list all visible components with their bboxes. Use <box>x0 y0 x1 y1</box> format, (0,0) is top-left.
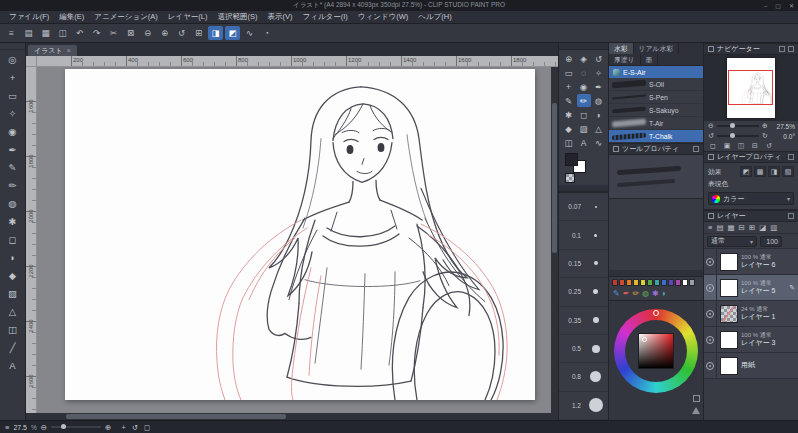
status-zoom-slider-thumb[interactable] <box>61 424 66 429</box>
color-swatch[interactable] <box>654 279 660 286</box>
menu-item[interactable]: レイヤー(L) <box>163 12 213 22</box>
main-color-swatch[interactable] <box>565 153 578 166</box>
status-zoom-out-icon[interactable]: ⊖ <box>41 423 47 432</box>
brush-size-item[interactable]: 0.25 <box>559 278 608 306</box>
airbrush-color-icon[interactable]: ✱ <box>652 289 659 298</box>
subtool-item[interactable]: S-Pen <box>609 91 703 104</box>
color-swatch[interactable] <box>675 279 681 286</box>
navigator-preview[interactable] <box>704 55 798 121</box>
smudge-icon[interactable]: ◗ <box>662 289 667 298</box>
transfer-layer-icon[interactable]: ⊟ <box>739 223 745 232</box>
overlay-decoration-tool-icon[interactable]: ✱ <box>562 108 576 121</box>
layer-row[interactable]: 100 % 通常 レイヤー 5 ✎ <box>704 275 798 301</box>
eyedropper-tool-icon[interactable]: ◉ <box>0 122 25 140</box>
menu-item[interactable]: ヘルプ(H) <box>413 12 456 22</box>
snap-to-ruler-icon[interactable]: ◨ <box>208 26 223 40</box>
color-swatch[interactable] <box>689 279 695 286</box>
panel-menu-icon[interactable] <box>788 213 794 219</box>
overlay-gradient-tool-icon[interactable]: ▨ <box>577 122 591 135</box>
redo-icon[interactable]: ↷ <box>89 26 104 40</box>
layer-row[interactable]: 24 % 通常 レイヤー 1 <box>704 301 798 327</box>
pen-tool-icon[interactable]: ✒ <box>0 140 25 158</box>
canvas[interactable] <box>65 69 535 400</box>
layer-mask-icon[interactable]: ◪ <box>759 223 766 232</box>
minimize-icon[interactable]: – <box>764 3 767 9</box>
crayon-icon[interactable]: ✏ <box>632 289 639 298</box>
snap-to-special-ruler-icon[interactable]: ◩ <box>225 26 240 40</box>
color-swatch[interactable] <box>647 279 653 286</box>
blend-brush-icon[interactable]: ✎ <box>613 289 620 298</box>
stabilization-icon[interactable]: ∿ <box>242 26 257 40</box>
blend-mode-select[interactable]: 通常 ▾ <box>707 236 757 247</box>
extract-line-icon[interactable]: ▧ <box>782 166 794 177</box>
status-rotate-icon[interactable]: ↺ <box>132 423 138 432</box>
save-icon[interactable]: ◫ <box>55 26 70 40</box>
nav-actual-pixels-icon[interactable]: ▣ <box>723 142 731 150</box>
horizontal-scrollbar[interactable] <box>26 413 558 420</box>
brush-tool-icon[interactable]: ✏ <box>0 176 25 194</box>
menu-item[interactable]: ファイル(F) <box>4 12 54 22</box>
color-set-header[interactable] <box>609 270 703 277</box>
layer-thumbnail[interactable] <box>720 305 738 323</box>
color-swatch[interactable] <box>661 279 667 286</box>
navigator-panel-header[interactable]: ナビゲーター <box>704 43 798 55</box>
color-swatch[interactable] <box>668 279 674 286</box>
nav-zoom-in-icon[interactable]: ⊕ <box>761 122 769 130</box>
airbrush-tool-icon[interactable]: ◍ <box>0 194 25 212</box>
canvas-viewport[interactable] <box>37 67 551 413</box>
nav-rotate-right-icon[interactable]: ↻ <box>761 132 769 140</box>
overlay-fill-tool-icon[interactable]: ◆ <box>562 122 576 135</box>
pastel-icon[interactable]: ◍ <box>642 289 649 298</box>
delete-layer-icon[interactable]: ▥ <box>770 223 777 232</box>
deselect-icon[interactable]: ⊠ <box>123 26 138 40</box>
layer-move-tool-icon[interactable]: + <box>0 68 25 86</box>
main-menu-icon[interactable]: ≡ <box>4 26 19 40</box>
new-layer-icon[interactable]: ▤ <box>716 223 723 232</box>
tool-palette-handle[interactable] <box>0 43 25 50</box>
nav-reset-icon[interactable]: ↺ <box>765 142 773 150</box>
border-effect-icon[interactable]: ◩ <box>740 166 752 177</box>
figure-tool-icon[interactable]: △ <box>0 302 25 320</box>
overlay-frame-tool-icon[interactable]: ◫ <box>562 136 576 149</box>
overlay-eraser-tool-icon[interactable]: ◻ <box>577 108 591 121</box>
subtool-selected-group[interactable]: E-S-Air <box>609 66 703 78</box>
layer-property-panel-header[interactable]: レイヤープロパティ <box>704 151 798 163</box>
brush-size-item[interactable]: 0.8 <box>559 363 608 391</box>
overlay-auto-select-tool-icon[interactable]: ✧ <box>592 66 606 79</box>
brush-size-item[interactable]: 0.1 <box>559 221 608 249</box>
color-swatch[interactable] <box>626 279 632 286</box>
overlay-figure-tool-icon[interactable]: △ <box>592 122 606 135</box>
zoom-out-icon[interactable]: ⊖ <box>140 26 155 40</box>
new-file-icon[interactable]: ▤ <box>21 26 36 40</box>
nav-flip-vertical-icon[interactable]: ⊟ <box>751 142 759 150</box>
marker-icon[interactable]: ✒ <box>623 289 630 298</box>
layer-row[interactable]: 用紙 <box>704 353 798 379</box>
status-fit-icon[interactable]: ◻ <box>144 423 150 432</box>
layer-menu-icon[interactable]: ≡ <box>708 223 712 232</box>
zoom-in-icon[interactable]: ⊕ <box>157 26 172 40</box>
layer-thumbnail[interactable] <box>720 279 738 297</box>
vertical-scrollbar[interactable] <box>551 67 558 413</box>
nav-fit-icon[interactable]: ◻ <box>709 142 717 150</box>
nav-rotate-slider[interactable] <box>717 135 759 137</box>
sv-marker-icon[interactable] <box>642 337 647 342</box>
layer-opacity-field[interactable]: 100 <box>760 236 782 247</box>
menu-item[interactable]: フィルター(I) <box>298 12 353 22</box>
subtool-group-tab[interactable]: 厚塗り <box>609 54 641 65</box>
panel-menu-icon[interactable] <box>788 154 794 160</box>
overlay-move-tool-icon[interactable]: + <box>562 80 576 93</box>
vertical-scrollbar-thumb[interactable] <box>552 103 557 253</box>
hue-marker-icon[interactable] <box>653 310 659 316</box>
visibility-cell[interactable] <box>704 353 717 378</box>
nav-rotate-slider-thumb[interactable] <box>730 133 735 138</box>
subtool-group-tab[interactable]: リアル水彩 <box>634 43 679 54</box>
undo-icon[interactable]: ↶ <box>72 26 87 40</box>
decoration-tool-icon[interactable]: ✱ <box>0 212 25 230</box>
status-menu-icon[interactable]: ≡ <box>5 423 9 432</box>
brush-size-item[interactable]: 0.15 <box>559 250 608 278</box>
subtool-group-tab[interactable]: 水彩 <box>609 43 634 54</box>
layer-panel-header[interactable]: レイヤー <box>704 210 798 222</box>
subtool-item[interactable]: S-Oil <box>609 78 703 91</box>
open-file-icon[interactable]: ▦ <box>38 26 53 40</box>
expression-color-dropdown[interactable]: カラー ▾ <box>708 192 794 205</box>
